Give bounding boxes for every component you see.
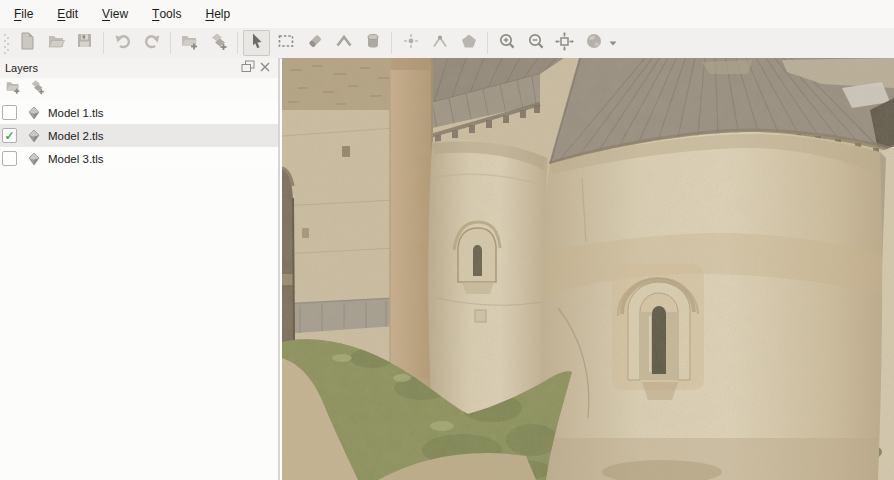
add-models-button[interactable] xyxy=(205,30,232,56)
toolbar-grip-handle[interactable] xyxy=(3,32,10,54)
volume-tool-button[interactable] xyxy=(359,30,386,56)
add-folder-button[interactable] xyxy=(176,30,203,56)
fit-view-icon xyxy=(555,32,574,55)
redo-icon xyxy=(143,32,161,54)
angle-icon xyxy=(335,32,353,54)
delete-x-icon xyxy=(55,80,67,98)
layer-list: Model 1.tls ✓ Model 2.tls Model 3.tls xyxy=(0,101,278,170)
add-layer-button[interactable] xyxy=(28,82,45,97)
toolbar-separator xyxy=(170,32,171,54)
menu-tools[interactable]: Tools xyxy=(140,0,193,28)
main-toolbar xyxy=(0,28,894,59)
layers-panel-toolbar xyxy=(0,78,278,100)
open-file-button[interactable] xyxy=(42,30,69,56)
pick-polygon-button[interactable] xyxy=(455,30,482,56)
layer-row-model-3[interactable]: Model 3.tls xyxy=(0,147,278,170)
application-window: { "menu_bar": { "items": [ {"label": "Fi… xyxy=(0,0,894,480)
select-tool-button[interactable] xyxy=(243,30,270,56)
delete-layer-button[interactable] xyxy=(52,82,69,97)
rectangle-select-button[interactable] xyxy=(272,30,299,56)
zoom-in-icon xyxy=(498,32,516,54)
select-arrow-icon xyxy=(248,32,266,54)
toolbar-separator xyxy=(103,32,104,54)
erase-tool-button[interactable] xyxy=(301,30,328,56)
zoom-in-button[interactable] xyxy=(493,30,520,56)
open-folder-icon xyxy=(47,32,65,54)
float-panel-button[interactable] xyxy=(239,61,256,76)
layer-row-model-2[interactable]: ✓ Model 2.tls xyxy=(0,124,278,147)
model-diamond-icon xyxy=(26,151,42,167)
toolbar-separator xyxy=(391,32,392,54)
layer-row-model-1[interactable]: Model 1.tls xyxy=(0,101,278,124)
view-globe-button[interactable] xyxy=(580,30,607,56)
add-group-button[interactable] xyxy=(4,82,21,97)
layer-visibility-checkbox[interactable]: ✓ xyxy=(2,128,17,143)
layer-name: Model 1.tls xyxy=(48,107,104,119)
model-diamond-icon xyxy=(26,128,42,144)
layers-panel-titlebar: Layers xyxy=(0,58,278,78)
eraser-icon xyxy=(306,32,324,54)
layers-panel: Layers xyxy=(0,58,280,480)
pick-point-button[interactable] xyxy=(397,30,424,56)
pentagon-icon xyxy=(460,32,478,54)
new-file-button[interactable] xyxy=(13,30,40,56)
add-folder-icon xyxy=(5,79,21,99)
layer-name: Model 2.tls xyxy=(48,130,104,142)
layer-visibility-checkbox[interactable] xyxy=(2,151,17,166)
add-models-icon xyxy=(209,32,228,55)
zoom-out-icon xyxy=(527,32,545,54)
zoom-out-button[interactable] xyxy=(522,30,549,56)
float-icon xyxy=(241,59,255,77)
toolbar-separator xyxy=(487,32,488,54)
layer-name: Model 3.tls xyxy=(48,153,104,165)
pick-angle-button[interactable] xyxy=(426,30,453,56)
texture-patchiness xyxy=(282,58,894,480)
menu-file[interactable]: File xyxy=(2,0,45,28)
undo-button[interactable] xyxy=(109,30,136,56)
menu-edit[interactable]: Edit xyxy=(45,0,90,28)
cylinder-icon xyxy=(364,32,382,54)
redo-button[interactable] xyxy=(138,30,165,56)
globe-dropdown-chevron[interactable] xyxy=(609,41,617,46)
undo-icon xyxy=(114,32,132,54)
menu-help[interactable]: Help xyxy=(193,0,242,28)
new-file-icon xyxy=(18,32,36,54)
toolbar-separator xyxy=(237,32,238,54)
viewport-3d-scene xyxy=(282,58,894,480)
close-icon xyxy=(259,59,271,77)
marquee-select-icon xyxy=(277,32,295,54)
angle-measure-button[interactable] xyxy=(330,30,357,56)
save-icon xyxy=(76,32,94,54)
add-models-icon xyxy=(29,79,45,99)
layers-panel-title: Layers xyxy=(5,62,239,74)
close-panel-button[interactable] xyxy=(256,61,273,76)
menu-bar: File Edit View Tools Help xyxy=(0,0,894,29)
layer-visibility-checkbox[interactable] xyxy=(2,105,17,120)
save-button[interactable] xyxy=(71,30,98,56)
zoom-fit-button[interactable] xyxy=(551,30,578,56)
point-icon xyxy=(402,32,420,54)
model-diamond-icon xyxy=(26,105,42,121)
menu-view[interactable]: View xyxy=(90,0,140,28)
viewport-3d[interactable] xyxy=(282,58,894,480)
globe-icon xyxy=(585,32,603,54)
vertex-angle-icon xyxy=(431,32,449,54)
add-folder-icon xyxy=(180,32,199,55)
